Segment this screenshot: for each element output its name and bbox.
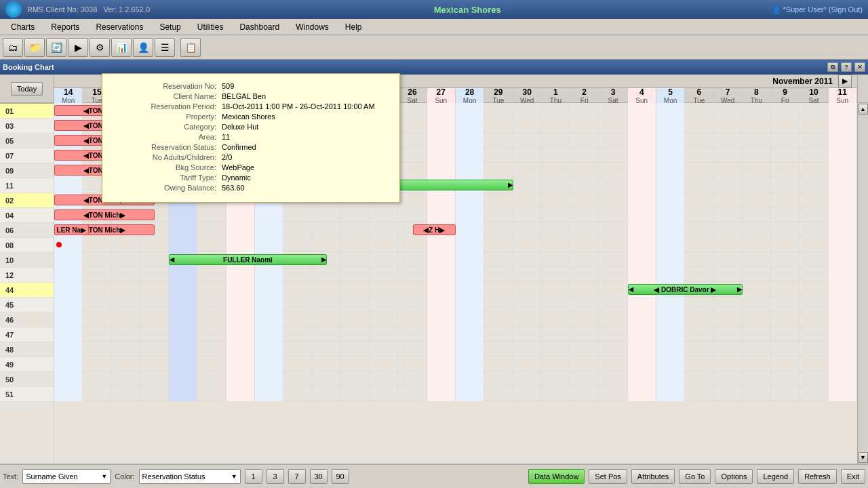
menu-dashboard[interactable]: Dashboard <box>231 21 288 33</box>
grid-cell-46-9[interactable] <box>313 312 341 327</box>
grid-cell-49-9[interactable] <box>313 357 341 371</box>
grid-cell-49-12[interactable] <box>398 357 427 371</box>
grid-cell-10-18[interactable] <box>570 252 599 267</box>
grid-cell-45-19[interactable] <box>599 297 627 312</box>
grid-cell-50-11[interactable] <box>370 371 398 386</box>
grid-cell-49-26[interactable] <box>800 357 828 371</box>
grid-cell-50-21[interactable] <box>656 371 685 386</box>
grid-cell-47-23[interactable] <box>713 327 742 342</box>
grid-cell-07-17[interactable] <box>542 148 570 163</box>
grid-cell-47-3[interactable] <box>140 327 169 342</box>
grid-cell-44-26[interactable] <box>800 282 828 297</box>
toolbar-btn-extra[interactable]: 📋 <box>180 38 201 57</box>
grid-cell-46-5[interactable] <box>197 312 226 327</box>
grid-cell-51-20[interactable] <box>628 386 656 401</box>
grid-cell-50-12[interactable] <box>398 371 427 386</box>
grid-cell-02-12[interactable] <box>398 192 427 207</box>
grid-cell-08-18[interactable] <box>570 237 599 252</box>
grid-cell-49-22[interactable] <box>685 357 713 371</box>
grid-cell-48-24[interactable] <box>743 342 771 357</box>
refresh-button[interactable]: Refresh <box>798 469 837 484</box>
grid-cell-47-19[interactable] <box>599 327 627 342</box>
grid-cell-12-7[interactable] <box>255 267 283 282</box>
grid-cell-04-27[interactable] <box>829 207 857 222</box>
grid-cell-01-13[interactable] <box>427 103 456 118</box>
grid-cell-12-14[interactable] <box>456 267 484 282</box>
grid-cell-10-24[interactable] <box>743 252 771 267</box>
grid-cell-01-23[interactable] <box>713 103 742 118</box>
grid-cell-04-14[interactable] <box>456 207 484 222</box>
grid-cell-47-20[interactable] <box>628 327 656 342</box>
grid-cell-12-13[interactable] <box>427 267 456 282</box>
grid-cell-44-14[interactable] <box>456 282 484 297</box>
grid-cell-47-1[interactable] <box>83 327 111 342</box>
grid-cell-47-0[interactable] <box>54 327 83 342</box>
grid-cell-04-16[interactable] <box>513 207 542 222</box>
grid-cell-11-19[interactable] <box>599 178 627 192</box>
grid-cell-44-24[interactable] <box>743 282 771 297</box>
grid-cell-04-9[interactable] <box>313 207 341 222</box>
grid-cell-06-8[interactable] <box>283 222 312 237</box>
grid-cell-46-18[interactable] <box>570 312 599 327</box>
grid-cell-08-22[interactable] <box>685 237 713 252</box>
grid-cell-45-20[interactable] <box>628 297 656 312</box>
grid-cell-04-10[interactable] <box>341 207 370 222</box>
grid-cell-51-1[interactable] <box>83 386 111 401</box>
grid-cell-49-25[interactable] <box>771 357 800 371</box>
grid-cell-06-24[interactable] <box>743 222 771 237</box>
grid-cell-05-27[interactable] <box>829 133 857 148</box>
grid-cell-11-26[interactable] <box>800 178 828 192</box>
grid-cell-12-16[interactable] <box>513 267 542 282</box>
grid-cell-45-2[interactable] <box>112 297 140 312</box>
grid-cell-10-20[interactable] <box>628 252 656 267</box>
grid-cell-50-16[interactable] <box>513 371 542 386</box>
grid-cell-08-24[interactable] <box>743 237 771 252</box>
grid-cell-50-14[interactable] <box>456 371 484 386</box>
grid-cell-45-22[interactable] <box>685 297 713 312</box>
grid-cell-48-5[interactable] <box>197 342 226 357</box>
grid-cell-51-27[interactable] <box>829 386 857 401</box>
grid-cell-44-11[interactable] <box>370 282 398 297</box>
grid-cell-51-14[interactable] <box>456 386 484 401</box>
grid-cell-49-2[interactable] <box>112 357 140 371</box>
grid-cell-06-5[interactable] <box>197 222 226 237</box>
grid-cell-08-9[interactable] <box>313 237 341 252</box>
grid-cell-51-5[interactable] <box>197 386 226 401</box>
grid-cell-03-26[interactable] <box>800 118 828 133</box>
grid-cell-48-23[interactable] <box>713 342 742 357</box>
grid-cell-11-17[interactable] <box>542 178 570 192</box>
grid-cell-44-2[interactable] <box>112 282 140 297</box>
grid-cell-04-7[interactable] <box>255 207 283 222</box>
grid-cell-47-24[interactable] <box>743 327 771 342</box>
grid-cell-08-14[interactable] <box>456 237 484 252</box>
grid-cell-09-13[interactable] <box>427 163 456 178</box>
grid-cell-07-22[interactable] <box>685 148 713 163</box>
grid-cell-10-27[interactable] <box>829 252 857 267</box>
grid-cell-51-13[interactable] <box>427 386 456 401</box>
grid-cell-48-26[interactable] <box>800 342 828 357</box>
scroll-down-button[interactable]: ▼ <box>859 452 868 463</box>
options-button[interactable]: Options <box>715 469 753 484</box>
grid-cell-12-19[interactable] <box>599 267 627 282</box>
grid-cell-49-27[interactable] <box>829 357 857 371</box>
grid-cell-06-6[interactable] <box>226 222 255 237</box>
grid-cell-08-4[interactable] <box>169 237 197 252</box>
grid-cell-48-27[interactable] <box>829 342 857 357</box>
grid-cell-02-19[interactable] <box>599 192 627 207</box>
grid-cell-06-18[interactable] <box>570 222 599 237</box>
color-dropdown[interactable]: Reservation Status ▼ <box>139 469 241 484</box>
grid-cell-02-20[interactable] <box>628 192 656 207</box>
grid-cell-08-13[interactable] <box>427 237 456 252</box>
grid-cell-47-10[interactable] <box>341 327 370 342</box>
grid-cell-04-19[interactable] <box>599 207 627 222</box>
grid-cell-08-27[interactable] <box>829 237 857 252</box>
grid-cell-51-23[interactable] <box>713 386 742 401</box>
grid-cell-02-17[interactable] <box>542 192 570 207</box>
grid-cell-45-21[interactable] <box>656 297 685 312</box>
grid-cell-49-16[interactable] <box>513 357 542 371</box>
grid-cell-02-23[interactable] <box>713 192 742 207</box>
grid-cell-08-11[interactable] <box>370 237 398 252</box>
grid-cell-05-12[interactable] <box>398 133 427 148</box>
grid-cell-46-25[interactable] <box>771 312 800 327</box>
grid-cell-09-15[interactable] <box>484 163 513 178</box>
